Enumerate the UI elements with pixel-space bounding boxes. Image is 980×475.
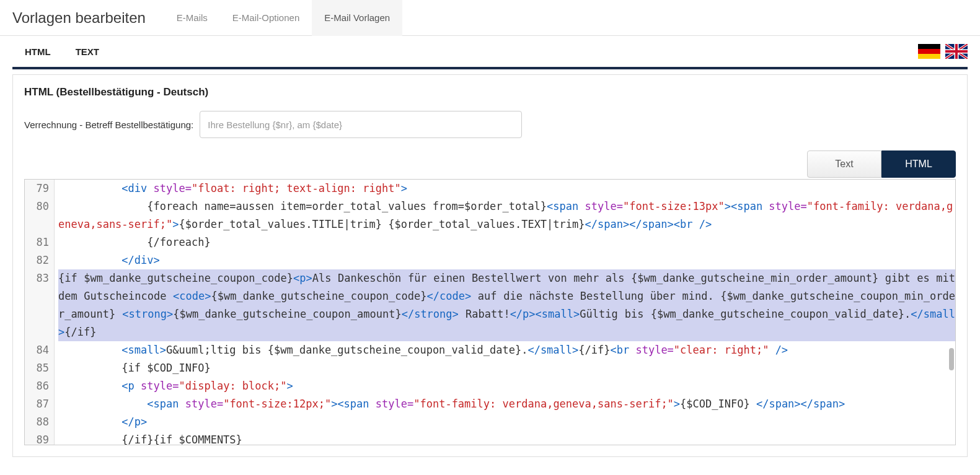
top-navigation: Vorlagen bearbeiten E-Mails E-Mail-Optio…: [0, 0, 980, 36]
subtab-html[interactable]: HTML: [12, 36, 63, 67]
nav-emails[interactable]: E-Mails: [164, 0, 220, 36]
editor-tab-text[interactable]: Text: [807, 150, 881, 178]
subject-field-row: Verrechnung - Betreff Bestellbestätigung…: [24, 111, 956, 138]
line-gutter: 79 80 81 82 83 84 85 86 87 88 89: [25, 180, 55, 445]
divider: [12, 67, 968, 69]
scrollbar-thumb[interactable]: [949, 348, 954, 370]
subtab-text[interactable]: TEXT: [63, 36, 112, 67]
subject-input[interactable]: [200, 111, 522, 138]
panel-title: HTML (Bestellbestätigung - Deutsch): [24, 86, 956, 98]
svg-rect-1: [918, 49, 940, 54]
language-flags: [918, 44, 968, 59]
svg-rect-0: [918, 44, 940, 49]
editor-mode-tabs: Text HTML: [24, 150, 956, 178]
flag-german-icon[interactable]: [918, 44, 940, 59]
nav-email-options[interactable]: E-Mail-Optionen: [220, 0, 312, 36]
code-content[interactable]: <div style="float: right; text-align: ri…: [55, 180, 955, 445]
editor-tab-html[interactable]: HTML: [881, 150, 956, 178]
nav-email-templates[interactable]: E-Mail Vorlagen: [312, 0, 402, 36]
page-title: Vorlagen bearbeiten: [12, 9, 146, 27]
subject-label: Verrechnung - Betreff Bestellbestätigung…: [24, 120, 193, 130]
code-editor[interactable]: 79 80 81 82 83 84 85 86 87 88 89 <div st…: [24, 179, 956, 445]
svg-rect-2: [918, 54, 940, 59]
sub-tabs: HTML TEXT: [0, 36, 980, 67]
flag-uk-icon[interactable]: [945, 44, 968, 59]
editor-panel: HTML (Bestellbestätigung - Deutsch) Verr…: [12, 74, 968, 457]
